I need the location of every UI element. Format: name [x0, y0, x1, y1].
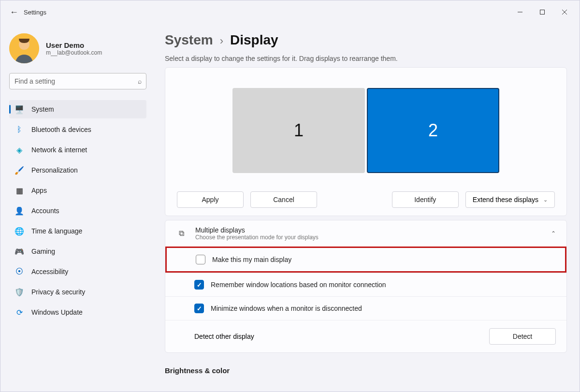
- sidebar-item-personalization[interactable]: 🖌️Personalization: [9, 161, 146, 179]
- sidebar-item-time[interactable]: 🌐Time & language: [9, 222, 146, 240]
- multiple-displays-card: ⧉ Multiple displays Choose the presentat…: [165, 220, 567, 353]
- user-email: m__lab@outlook.com: [46, 49, 102, 56]
- avatar: [9, 33, 39, 63]
- breadcrumb-parent[interactable]: System: [165, 32, 213, 48]
- sidebar-item-label: Time & language: [31, 227, 82, 235]
- svg-rect-1: [540, 10, 545, 15]
- display-arrange-card: 1 2 Apply Cancel Identify Extend these d…: [165, 67, 567, 216]
- privacy-icon: 🛡️: [15, 288, 24, 296]
- chevron-up-icon: ⌃: [551, 230, 556, 237]
- sidebar-item-label: Bluetooth & devices: [31, 126, 91, 133]
- breadcrumb: System › Display: [165, 32, 567, 48]
- arrange-actions: Apply Cancel Identify Extend these displ…: [171, 191, 561, 210]
- section-subtitle: Choose the presentation mode for your di…: [195, 234, 319, 241]
- main-content: System › Display Select a display to cha…: [155, 24, 580, 392]
- main-display-label: Make this my main display: [212, 256, 554, 263]
- monitor-2[interactable]: 2: [367, 88, 499, 173]
- display-mode-value: Extend these displays: [473, 196, 538, 203]
- main-display-checkbox[interactable]: [196, 255, 205, 264]
- detect-button[interactable]: Detect: [489, 328, 556, 345]
- gaming-icon: 🎮: [15, 247, 24, 256]
- row-detect-other: Detect other display Detect: [165, 320, 566, 352]
- update-icon: ⟳: [15, 308, 24, 317]
- accessibility-icon: ⦿: [15, 267, 24, 276]
- minimize-disconnected-label: Minimize windows when a monitor is disco…: [211, 305, 556, 312]
- sidebar-item-gaming[interactable]: 🎮Gaming: [9, 242, 146, 261]
- accounts-icon: 👤: [15, 206, 24, 215]
- remember-locations-checkbox[interactable]: [194, 280, 204, 290]
- minimize-button[interactable]: [509, 4, 531, 20]
- titlebar: ← Settings: [0, 0, 580, 24]
- helper-text: Select a display to change the settings …: [165, 55, 567, 62]
- sidebar-item-label: Accessibility: [31, 268, 68, 276]
- nav-list: 🖥️System ᛒBluetooth & devices ◈Network &…: [9, 100, 146, 321]
- apps-icon: ▦: [15, 186, 24, 195]
- bluetooth-icon: ᛒ: [15, 125, 24, 134]
- network-icon: ◈: [15, 145, 24, 154]
- breadcrumb-separator: ›: [220, 35, 223, 47]
- row-main-display[interactable]: Make this my main display: [165, 247, 566, 273]
- sidebar-item-apps[interactable]: ▦Apps: [9, 181, 146, 200]
- sidebar-item-label: Personalization: [31, 166, 78, 174]
- sidebar-item-accounts[interactable]: 👤Accounts: [9, 202, 146, 220]
- multiple-displays-icon: ⧉: [176, 229, 187, 238]
- sidebar: User Demo m__lab@outlook.com ⌕ 🖥️System …: [0, 24, 155, 392]
- back-button[interactable]: ←: [4, 7, 24, 17]
- maximize-button[interactable]: [531, 4, 553, 20]
- row-minimize-disconnected[interactable]: Minimize windows when a monitor is disco…: [165, 296, 566, 320]
- close-button[interactable]: [553, 4, 576, 20]
- sidebar-item-label: Privacy & security: [31, 288, 85, 296]
- detect-other-label: Detect other display: [194, 333, 489, 340]
- user-card[interactable]: User Demo m__lab@outlook.com: [9, 33, 146, 63]
- display-mode-dropdown[interactable]: Extend these displays ⌄: [465, 191, 555, 208]
- sidebar-item-accessibility[interactable]: ⦿Accessibility: [9, 262, 146, 281]
- sidebar-item-label: Gaming: [31, 247, 55, 255]
- sidebar-item-label: Windows Update: [31, 308, 83, 316]
- row-remember-locations[interactable]: Remember window locations based on monit…: [165, 273, 566, 296]
- search-input[interactable]: [9, 73, 146, 89]
- remember-locations-label: Remember window locations based on monit…: [211, 281, 556, 289]
- search-box: ⌕: [9, 73, 146, 89]
- sidebar-item-privacy[interactable]: 🛡️Privacy & security: [9, 283, 146, 301]
- sidebar-item-label: System: [31, 105, 54, 113]
- window-controls: [509, 4, 576, 20]
- search-icon: ⌕: [138, 77, 142, 85]
- sidebar-item-label: Network & internet: [31, 146, 87, 154]
- minimize-disconnected-checkbox[interactable]: [194, 304, 204, 313]
- breadcrumb-current: Display: [230, 32, 278, 48]
- time-icon: 🌐: [15, 227, 24, 235]
- sidebar-item-bluetooth[interactable]: ᛒBluetooth & devices: [9, 120, 146, 139]
- sidebar-item-label: Apps: [31, 187, 47, 194]
- sidebar-item-label: Accounts: [31, 207, 59, 215]
- multiple-displays-header[interactable]: ⧉ Multiple displays Choose the presentat…: [165, 220, 566, 247]
- system-icon: 🖥️: [15, 105, 24, 114]
- brightness-section-title: Brightness & color: [165, 366, 567, 375]
- display-stage[interactable]: 1 2: [171, 73, 561, 188]
- window-title: Settings: [24, 9, 46, 16]
- section-title: Multiple displays: [195, 226, 319, 234]
- monitor-1[interactable]: 1: [232, 88, 365, 173]
- identify-button[interactable]: Identify: [392, 191, 459, 208]
- sidebar-item-update[interactable]: ⟳Windows Update: [9, 303, 146, 321]
- sidebar-item-system[interactable]: 🖥️System: [9, 100, 146, 118]
- personalization-icon: 🖌️: [15, 166, 24, 174]
- user-name: User Demo: [46, 41, 102, 49]
- cancel-button[interactable]: Cancel: [250, 191, 317, 208]
- sidebar-item-network[interactable]: ◈Network & internet: [9, 141, 146, 159]
- apply-button[interactable]: Apply: [177, 191, 244, 208]
- chevron-down-icon: ⌄: [543, 197, 548, 203]
